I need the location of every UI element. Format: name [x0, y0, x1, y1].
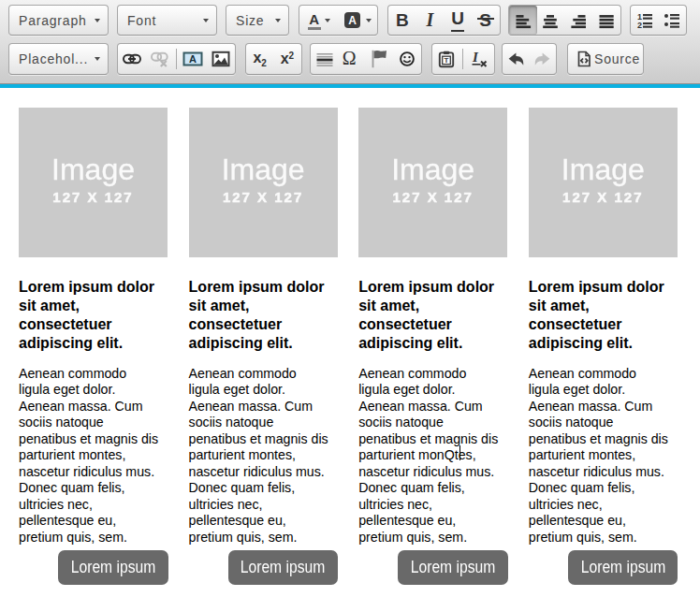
svg-text:I: I: [472, 50, 479, 65]
svg-text:T: T: [445, 56, 449, 65]
svg-text:A: A: [348, 14, 357, 27]
svg-text:A: A: [189, 52, 197, 64]
svg-text:2: 2: [637, 21, 642, 30]
